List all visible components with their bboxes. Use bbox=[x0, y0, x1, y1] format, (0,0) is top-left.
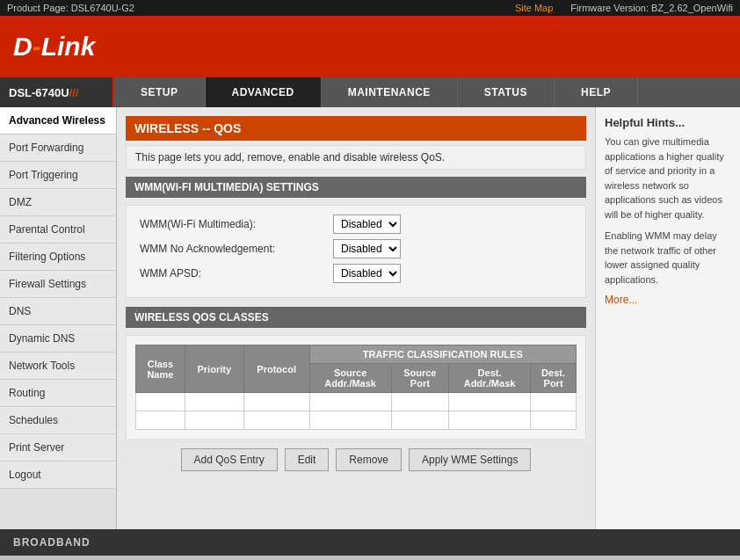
sidebar-item-network-tools[interactable]: Network Tools bbox=[0, 353, 116, 380]
top-bar: Product Page: DSL6740U-G2 Site Map Firmw… bbox=[0, 0, 740, 16]
sidebar-item-firewall-settings[interactable]: Firewall Settings bbox=[0, 271, 116, 298]
tab-maintenance[interactable]: MAINTENANCE bbox=[322, 77, 458, 107]
hints-text-2: Enabling WMM may delay the network traff… bbox=[605, 229, 731, 287]
qos-classes: ClassName Priority Protocol TRAFFIC CLAS… bbox=[126, 335, 586, 440]
wmm-select-3[interactable]: Disabled Enabled bbox=[333, 264, 401, 283]
main-nav: DSL-6740U /// SETUP ADVANCED MAINTENANCE… bbox=[0, 77, 740, 107]
col-source-port: SourcePort bbox=[391, 364, 448, 393]
tab-help[interactable]: HELP bbox=[555, 77, 638, 107]
firmware-label: Firmware Version: BZ_2.62_OpenWifi bbox=[570, 3, 733, 13]
wmm-section-header: WMM(WI-FI MULTIMEDIA) SETTINGS bbox=[126, 177, 586, 198]
page-description: This page lets you add, remove, enable a… bbox=[126, 145, 586, 170]
sidebar-item-print-server[interactable]: Print Server bbox=[0, 434, 116, 462]
col-dest-addr: Dest.Addr./Mask bbox=[449, 364, 531, 393]
model-box: DSL-6740U /// bbox=[0, 77, 114, 107]
wmm-settings: WMM(Wi-Fi Multimedia): Disabled Enabled … bbox=[126, 205, 586, 298]
traffic-classification-header: TRAFFIC CLASSIFICATION RULES bbox=[309, 345, 576, 364]
wmm-label-1: WMM(Wi-Fi Multimedia): bbox=[140, 218, 333, 230]
logo: D-Link bbox=[13, 32, 95, 62]
tab-advanced[interactable]: ADVANCED bbox=[206, 77, 322, 107]
footer-text: BROADBAND bbox=[13, 536, 91, 549]
content-area: Advanced Wireless Port Forwarding Port T… bbox=[0, 107, 740, 529]
wmm-row-3: WMM APSD: Disabled Enabled bbox=[140, 264, 572, 283]
traffic-table: ClassName Priority Protocol TRAFFIC CLAS… bbox=[135, 345, 577, 430]
col-priority: Priority bbox=[185, 345, 243, 393]
wmm-label-2: WMM No Acknowledgement: bbox=[140, 243, 333, 255]
col-class-name: ClassName bbox=[136, 345, 185, 393]
col-source-addr: SourceAddr./Mask bbox=[309, 364, 391, 393]
remove-button[interactable]: Remove bbox=[336, 448, 402, 471]
button-row: Add QoS Entry Edit Remove Apply WME Sett… bbox=[126, 448, 586, 471]
wmm-label-3: WMM APSD: bbox=[140, 267, 333, 280]
wmm-row-2: WMM No Acknowledgement: Disabled Enabled bbox=[140, 239, 572, 258]
tab-setup[interactable]: SETUP bbox=[114, 77, 206, 107]
sidebar-item-logout[interactable]: Logout bbox=[0, 462, 116, 489]
sidebar-item-parental-control[interactable]: Parental Control bbox=[0, 216, 116, 244]
wmm-row-1: WMM(Wi-Fi Multimedia): Disabled Enabled bbox=[140, 215, 572, 234]
col-protocol: Protocol bbox=[243, 345, 309, 393]
model-text: DSL-6740U bbox=[9, 86, 69, 99]
sidebar-item-filtering-options[interactable]: Filtering Options bbox=[0, 244, 116, 271]
sidebar-item-advanced-wireless[interactable]: Advanced Wireless bbox=[0, 107, 116, 135]
tab-status[interactable]: STATUS bbox=[458, 77, 555, 107]
sidebar: Advanced Wireless Port Forwarding Port T… bbox=[0, 107, 117, 529]
wmm-select-1[interactable]: Disabled Enabled bbox=[333, 215, 401, 234]
sidebar-item-dmz[interactable]: DMZ bbox=[0, 189, 116, 216]
hints-more-link[interactable]: More... bbox=[605, 294, 637, 306]
table-row-empty bbox=[136, 393, 577, 411]
edit-button[interactable]: Edit bbox=[285, 448, 330, 471]
footer: BROADBAND bbox=[0, 529, 740, 556]
sidebar-item-port-triggering[interactable]: Port Triggering bbox=[0, 162, 116, 189]
main-content: WIRELESS -- QOS This page lets you add, … bbox=[117, 107, 595, 529]
product-label: Product Page: DSL6740U-G2 bbox=[7, 3, 134, 13]
right-panel: Helpful Hints... You can give multimedia… bbox=[595, 107, 740, 529]
sitemap-link[interactable]: Site Map bbox=[515, 3, 553, 13]
page-title: WIRELESS -- QOS bbox=[126, 116, 586, 141]
sidebar-item-schedules[interactable]: Schedules bbox=[0, 407, 116, 434]
wmm-select-2[interactable]: Disabled Enabled bbox=[333, 239, 401, 258]
table-row-empty-2 bbox=[136, 411, 577, 430]
qos-section-header: WIRELESS QOS CLASSES bbox=[126, 307, 586, 328]
sidebar-item-routing[interactable]: Routing bbox=[0, 380, 116, 407]
col-dest-port: Dest.Port bbox=[531, 364, 577, 393]
sidebar-item-port-forwarding[interactable]: Port Forwarding bbox=[0, 135, 116, 162]
hints-text-1: You can give multimedia applications a h… bbox=[605, 135, 731, 222]
hints-title: Helpful Hints... bbox=[605, 116, 731, 129]
header: D-Link bbox=[0, 16, 740, 77]
add-qos-button[interactable]: Add QoS Entry bbox=[181, 448, 278, 471]
sidebar-item-dns[interactable]: DNS bbox=[0, 298, 116, 325]
sidebar-item-dynamic-dns[interactable]: Dynamic DNS bbox=[0, 325, 116, 353]
apply-wme-button[interactable]: Apply WME Settings bbox=[409, 448, 531, 471]
